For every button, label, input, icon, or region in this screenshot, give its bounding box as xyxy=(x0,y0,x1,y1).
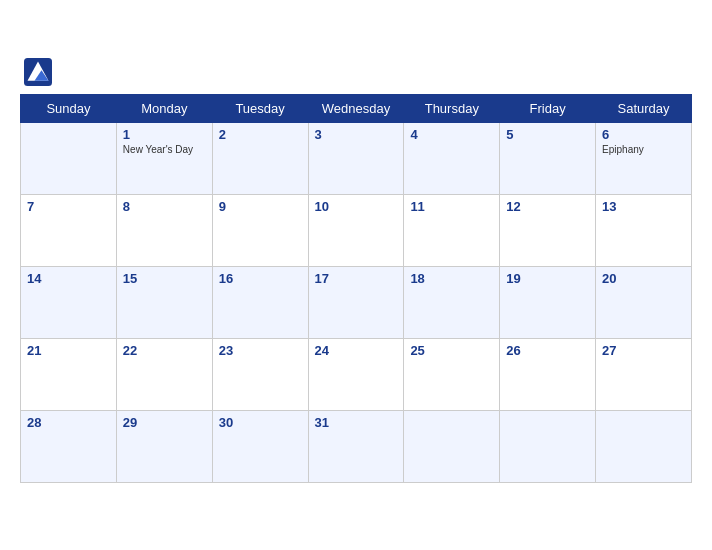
calendar-cell: 3 xyxy=(308,122,404,194)
calendar-cell: 10 xyxy=(308,194,404,266)
calendar-cell: 22 xyxy=(116,338,212,410)
day-number: 9 xyxy=(219,199,302,214)
day-number: 17 xyxy=(315,271,398,286)
calendar-cell xyxy=(500,410,596,482)
calendar-thead: SundayMondayTuesdayWednesdayThursdayFrid… xyxy=(21,94,692,122)
calendar-cell: 12 xyxy=(500,194,596,266)
calendar-cell: 19 xyxy=(500,266,596,338)
week-row-1: 78910111213 xyxy=(21,194,692,266)
holiday-label: New Year's Day xyxy=(123,144,206,155)
weekday-header-tuesday: Tuesday xyxy=(212,94,308,122)
calendar-cell: 24 xyxy=(308,338,404,410)
calendar-cell: 14 xyxy=(21,266,117,338)
day-number: 11 xyxy=(410,199,493,214)
week-row-0: 1New Year's Day23456Epiphany xyxy=(21,122,692,194)
calendar-cell: 25 xyxy=(404,338,500,410)
calendar-cell xyxy=(21,122,117,194)
calendar-cell: 27 xyxy=(596,338,692,410)
day-number: 16 xyxy=(219,271,302,286)
calendar-cell: 13 xyxy=(596,194,692,266)
day-number: 23 xyxy=(219,343,302,358)
calendar-cell: 5 xyxy=(500,122,596,194)
calendar-tbody: 1New Year's Day23456Epiphany789101112131… xyxy=(21,122,692,482)
calendar-cell: 4 xyxy=(404,122,500,194)
day-number: 15 xyxy=(123,271,206,286)
calendar-cell: 16 xyxy=(212,266,308,338)
calendar-cell: 28 xyxy=(21,410,117,482)
day-number: 12 xyxy=(506,199,589,214)
day-number: 13 xyxy=(602,199,685,214)
week-row-3: 21222324252627 xyxy=(21,338,692,410)
calendar-table: SundayMondayTuesdayWednesdayThursdayFrid… xyxy=(20,94,692,483)
calendar-cell: 23 xyxy=(212,338,308,410)
day-number: 18 xyxy=(410,271,493,286)
logo-area xyxy=(24,58,56,86)
calendar-cell: 17 xyxy=(308,266,404,338)
calendar-cell: 30 xyxy=(212,410,308,482)
weekday-header-thursday: Thursday xyxy=(404,94,500,122)
day-number: 22 xyxy=(123,343,206,358)
day-number: 28 xyxy=(27,415,110,430)
day-number: 1 xyxy=(123,127,206,142)
day-number: 26 xyxy=(506,343,589,358)
day-number: 31 xyxy=(315,415,398,430)
calendar-cell: 21 xyxy=(21,338,117,410)
day-number: 14 xyxy=(27,271,110,286)
week-row-4: 28293031 xyxy=(21,410,692,482)
weekday-header-saturday: Saturday xyxy=(596,94,692,122)
weekday-header-monday: Monday xyxy=(116,94,212,122)
day-number: 3 xyxy=(315,127,398,142)
calendar-cell: 9 xyxy=(212,194,308,266)
calendar-cell xyxy=(404,410,500,482)
calendar-header xyxy=(20,58,692,86)
calendar-cell: 26 xyxy=(500,338,596,410)
weekday-header-friday: Friday xyxy=(500,94,596,122)
holiday-label: Epiphany xyxy=(602,144,685,155)
calendar-cell: 8 xyxy=(116,194,212,266)
day-number: 29 xyxy=(123,415,206,430)
day-number: 10 xyxy=(315,199,398,214)
day-number: 30 xyxy=(219,415,302,430)
calendar-cell: 2 xyxy=(212,122,308,194)
calendar-wrapper: SundayMondayTuesdayWednesdayThursdayFrid… xyxy=(0,48,712,503)
calendar-cell: 18 xyxy=(404,266,500,338)
day-number: 20 xyxy=(602,271,685,286)
weekday-header-row: SundayMondayTuesdayWednesdayThursdayFrid… xyxy=(21,94,692,122)
generalblue-logo-icon xyxy=(24,58,52,86)
day-number: 21 xyxy=(27,343,110,358)
day-number: 6 xyxy=(602,127,685,142)
day-number: 19 xyxy=(506,271,589,286)
weekday-header-sunday: Sunday xyxy=(21,94,117,122)
calendar-cell: 31 xyxy=(308,410,404,482)
day-number: 2 xyxy=(219,127,302,142)
calendar-cell: 6Epiphany xyxy=(596,122,692,194)
calendar-cell: 15 xyxy=(116,266,212,338)
day-number: 25 xyxy=(410,343,493,358)
day-number: 8 xyxy=(123,199,206,214)
calendar-cell xyxy=(596,410,692,482)
day-number: 24 xyxy=(315,343,398,358)
day-number: 27 xyxy=(602,343,685,358)
day-number: 4 xyxy=(410,127,493,142)
week-row-2: 14151617181920 xyxy=(21,266,692,338)
weekday-header-wednesday: Wednesday xyxy=(308,94,404,122)
calendar-cell: 7 xyxy=(21,194,117,266)
day-number: 5 xyxy=(506,127,589,142)
calendar-cell: 20 xyxy=(596,266,692,338)
calendar-cell: 29 xyxy=(116,410,212,482)
day-number: 7 xyxy=(27,199,110,214)
calendar-cell: 1New Year's Day xyxy=(116,122,212,194)
calendar-cell: 11 xyxy=(404,194,500,266)
